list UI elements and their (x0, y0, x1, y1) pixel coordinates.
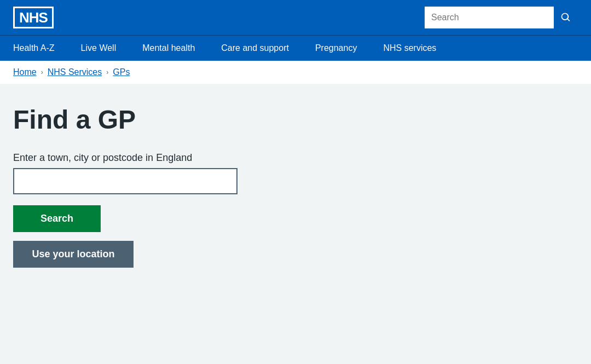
nav-item-care-support[interactable]: Care and support (208, 36, 302, 61)
breadcrumb-home[interactable]: Home (13, 67, 37, 77)
nav-item-nhs-services[interactable]: NHS services (370, 36, 449, 61)
location-search-input[interactable] (13, 168, 237, 194)
main-content: Find a GP Enter a town, city or postcode… (0, 84, 591, 357)
nhs-logo-text: NHS (19, 9, 48, 26)
nav-item-pregnancy[interactable]: Pregnancy (302, 36, 370, 61)
header-search-input[interactable] (425, 7, 554, 28)
page-title: Find a GP (13, 106, 578, 135)
nav-item-live-well[interactable]: Live Well (68, 36, 130, 61)
header-search-button[interactable] (554, 7, 578, 28)
nhs-logo[interactable]: NHS (13, 7, 54, 28)
breadcrumb-gps[interactable]: GPs (113, 67, 130, 77)
main-nav: Health A-Z Live Well Mental health Care … (0, 35, 591, 61)
location-form-label: Enter a town, city or postcode in Englan… (13, 152, 578, 164)
search-button[interactable]: Search (13, 205, 101, 232)
use-location-button[interactable]: Use your location (13, 241, 134, 268)
breadcrumb-separator-1: › (41, 68, 43, 76)
breadcrumb-nhs-services[interactable]: NHS Services (48, 67, 102, 77)
search-icon (560, 12, 571, 23)
site-header: NHS (0, 0, 591, 35)
nav-item-mental-health[interactable]: Mental health (129, 36, 208, 61)
breadcrumb: Home › NHS Services › GPs (0, 61, 591, 84)
nav-item-health-az[interactable]: Health A-Z (0, 36, 68, 61)
header-search-bar (425, 7, 578, 28)
breadcrumb-separator-2: › (106, 68, 108, 76)
